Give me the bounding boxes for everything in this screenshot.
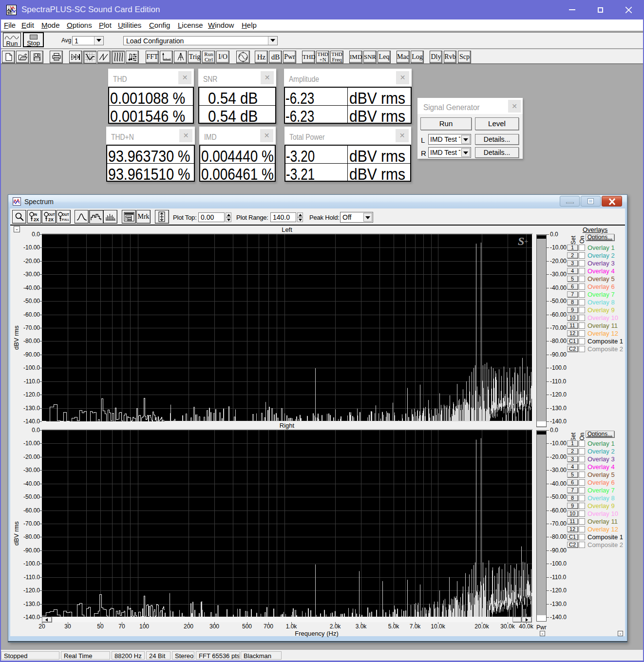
svg-text:OUT: OUT — [48, 213, 55, 216]
svg-text:2X: 2X — [34, 217, 39, 222]
svg-text:IN: IN — [34, 213, 37, 216]
svg-text:2X: 2X — [48, 217, 54, 222]
svg-text:OUT: OUT — [62, 213, 69, 216]
svg-text:S: S — [518, 235, 524, 247]
svg-text:FULL: FULL — [62, 218, 69, 221]
svg-text:SC: SC — [7, 11, 12, 15]
svg-text:+: + — [524, 237, 528, 245]
